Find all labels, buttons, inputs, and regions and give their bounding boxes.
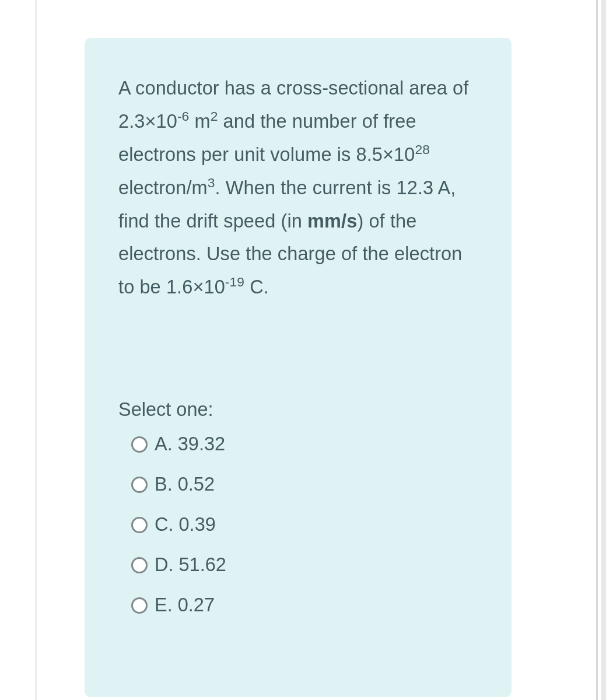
option-label-d[interactable]: D. 51.62 bbox=[155, 554, 226, 576]
select-one-label: Select one: bbox=[118, 394, 478, 425]
option-label-c[interactable]: C. 0.39 bbox=[155, 513, 216, 536]
option-row-e[interactable]: E. 0.27 bbox=[131, 594, 478, 617]
left-margin-line bbox=[35, 0, 37, 700]
question-part: C. bbox=[244, 276, 269, 298]
option-label-b[interactable]: B. 0.52 bbox=[155, 473, 215, 496]
option-label-a[interactable]: A. 39.32 bbox=[155, 433, 225, 456]
right-divider-thin bbox=[596, 0, 598, 700]
option-row-d[interactable]: D. 51.62 bbox=[131, 554, 478, 576]
radio-b[interactable] bbox=[131, 477, 148, 493]
question-card: A conductor has a cross-sectional area o… bbox=[85, 38, 512, 697]
question-emphasis: mm/s bbox=[307, 211, 357, 232]
option-label-e[interactable]: E. 0.27 bbox=[155, 594, 215, 617]
exponent: 3 bbox=[208, 175, 215, 190]
question-part: electron/m bbox=[118, 177, 208, 198]
radio-e[interactable] bbox=[131, 597, 148, 614]
exponent: 2 bbox=[211, 108, 218, 124]
question-part: m bbox=[189, 111, 210, 132]
option-row-c[interactable]: C. 0.39 bbox=[131, 513, 478, 536]
exponent: -19 bbox=[225, 274, 244, 289]
radio-c[interactable] bbox=[131, 517, 148, 533]
page-frame: A conductor has a cross-sectional area o… bbox=[0, 0, 606, 700]
right-divider-thick bbox=[601, 0, 606, 700]
answer-block: Select one: A. 39.32 B. 0.52 C. 0.39 D. … bbox=[118, 394, 478, 617]
option-row-b[interactable]: B. 0.52 bbox=[131, 473, 478, 496]
question-text: A conductor has a cross-sectional area o… bbox=[118, 72, 478, 304]
options-list: A. 39.32 B. 0.52 C. 0.39 D. 51.62 E. 0.2… bbox=[118, 433, 478, 617]
radio-a[interactable] bbox=[131, 436, 148, 453]
radio-d[interactable] bbox=[131, 557, 148, 573]
exponent: -6 bbox=[177, 108, 189, 124]
option-row-a[interactable]: A. 39.32 bbox=[131, 433, 478, 456]
exponent: 28 bbox=[415, 142, 430, 157]
